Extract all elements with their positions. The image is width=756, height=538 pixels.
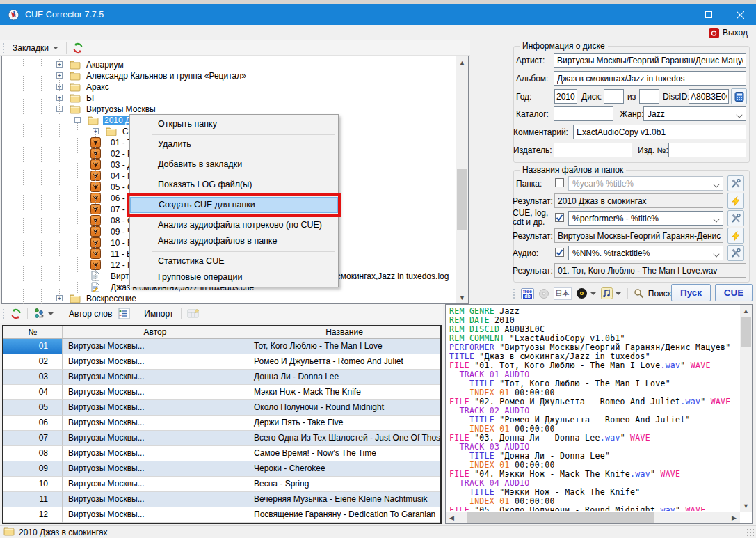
close-button[interactable]	[725, 4, 756, 25]
menu-item-открыть-папку[interactable]: Открыть папку	[130, 116, 338, 132]
scroll-right-icon[interactable]: ▶	[728, 512, 740, 523]
cue-sheet-editor[interactable]: REM GENRE JazzREM DATE 2010REM DISCID A8…	[445, 304, 753, 524]
track-title-cell[interactable]: Держи Пять - Take Five	[248, 416, 440, 431]
table-row[interactable]: 04Виртуозы Москвы...Мэкки Нож - Mack The…	[3, 385, 440, 400]
menu-item-удалить[interactable]: Удалить	[130, 136, 338, 152]
track-number-cell[interactable]: 02	[3, 354, 63, 370]
track-author-cell[interactable]: Виртуозы Москвы...	[63, 431, 248, 446]
scroll-left-icon[interactable]: ◀	[446, 512, 458, 523]
cue-button[interactable]: CUE	[715, 284, 753, 301]
publisher-field[interactable]	[554, 143, 632, 157]
track-author-cell[interactable]: Виртуозы Москвы...	[63, 385, 248, 400]
track-author-cell[interactable]: Виртуозы Москвы...	[63, 400, 248, 416]
table-row[interactable]: 03Виртуозы Москвы...Донна Ли - Donna Lee	[3, 370, 440, 385]
list-plus-icon[interactable]	[118, 308, 130, 319]
folder-pattern-settings-button[interactable]	[727, 175, 744, 191]
track-number-cell[interactable]: 08	[3, 446, 63, 461]
table-row[interactable]: 05Виртуозы Москвы...Около Полуночи - Rou…	[3, 400, 440, 416]
track-title-cell[interactable]: Весна - Spring	[248, 477, 440, 492]
cue-vertical-scrollbar[interactable]: ▲ ▼	[740, 305, 752, 512]
track-author-cell[interactable]: Виртуозы Москвы...	[63, 461, 248, 477]
table-row[interactable]: 11Виртуозы Москвы...Вечерняя Музычка - E…	[3, 492, 440, 507]
track-number-cell[interactable]: 12	[3, 507, 63, 523]
refresh-icon[interactable]	[72, 42, 83, 54]
vinyl-icon[interactable]	[576, 287, 588, 299]
track-author-cell[interactable]: Виртуозы Москвы...	[63, 446, 248, 461]
track-author-cell[interactable]: Виртуозы Москвы...	[63, 507, 248, 523]
disc-of-field[interactable]	[639, 89, 659, 104]
table-row[interactable]: 01Виртуозы Москвы...Тот, Кого Люблю - Th…	[3, 339, 440, 354]
scroll-down-icon[interactable]: ▼	[456, 292, 468, 303]
toolbar-grip[interactable]	[2, 308, 6, 319]
tree-scrollbar[interactable]: ▲ ▼	[456, 56, 468, 303]
start-button[interactable]: Пуск	[671, 284, 711, 301]
tree-item[interactable]: +Аракс	[2, 81, 454, 93]
track-title-cell[interactable]: Около Полуночи - Round Midnight	[248, 400, 440, 416]
table-row[interactable]: 09Виртуозы Москвы...Чероки - Cherokee	[3, 461, 440, 477]
table-row[interactable]: 08Виртуозы Москвы...Самое Время! - Now's…	[3, 446, 440, 461]
resize-grip[interactable]	[746, 528, 755, 537]
app-icon[interactable]	[8, 9, 19, 21]
discid-calc-button[interactable]	[731, 88, 747, 104]
cue-pattern-settings-button[interactable]	[727, 210, 744, 226]
track-title-cell[interactable]: Ромео И Джульетта - Romeo And Juliet	[248, 354, 440, 370]
cue-pattern-checkbox[interactable]	[555, 213, 564, 222]
author-words-button[interactable]: Автор слов	[65, 308, 116, 320]
import-button[interactable]: Импорт	[140, 308, 177, 320]
track-title-cell[interactable]: Посвящение Гараняну - Dedication To Gara…	[248, 507, 440, 523]
track-title-cell[interactable]: Всего Одна Из Тех Шалостей - Just One Of…	[248, 431, 440, 446]
menu-item-анализ-аудиофайлов-в-папке[interactable]: Анализ аудиофайлов в папке	[130, 233, 338, 249]
table-row[interactable]: 07Виртуозы Москвы...Всего Одна Из Тех Ша…	[3, 431, 440, 446]
scroll-down-icon[interactable]: ▼	[740, 500, 752, 512]
catalog-field[interactable]	[554, 106, 613, 121]
folder-result-field[interactable]: 2010 Джаз в смокингах	[554, 193, 723, 208]
table-row[interactable]: 10Виртуозы Москвы...Весна - Spring	[3, 477, 440, 492]
refresh-icon[interactable]	[10, 308, 22, 319]
chevron-down-icon[interactable]	[616, 292, 621, 295]
track-title-cell[interactable]: Тот, Кого Люблю - The Man I Love	[248, 339, 440, 354]
track-title-cell[interactable]: Мэкки Нож - Mack The Knife	[248, 385, 440, 400]
japan-search-icon[interactable]: 日本	[554, 287, 572, 300]
collapse-minus-icon[interactable]: −	[74, 117, 81, 123]
track-author-cell[interactable]: Виртуозы Москвы...	[63, 477, 248, 492]
expand-plus-icon[interactable]: +	[93, 128, 99, 134]
audio-pattern-settings-button[interactable]	[727, 245, 744, 261]
disc-number-field[interactable]	[604, 89, 624, 104]
pubno-field[interactable]	[668, 143, 746, 157]
track-number-cell[interactable]: 05	[3, 400, 63, 416]
menu-item-показать-log-файл-ы-[interactable]: Показать LOG файл(ы)	[130, 177, 338, 193]
music-note-icon[interactable]	[601, 287, 613, 299]
cue-pattern-combobox[interactable]: %performer% - %title%	[568, 211, 723, 226]
audio-pattern-checkbox[interactable]	[555, 248, 564, 257]
track-author-cell[interactable]: Виртуозы Москвы...	[63, 492, 248, 507]
tree-item[interactable]: +Воскресение	[2, 293, 454, 304]
comment-field[interactable]	[573, 125, 746, 139]
track-number-cell[interactable]: 10	[3, 477, 63, 492]
search-label[interactable]: Поиск	[648, 289, 671, 299]
bookmarks-button[interactable]: Закладки	[8, 42, 63, 54]
minimize-button[interactable]	[661, 4, 692, 25]
track-number-cell[interactable]: 06	[3, 416, 63, 431]
table-row[interactable]: 12Виртуозы Москвы...Посвящение Гараняну …	[3, 507, 440, 523]
track-order-icon[interactable]	[33, 308, 45, 319]
scroll-up-icon[interactable]: ▲	[740, 305, 752, 317]
genre-combobox[interactable]: Jazz	[643, 106, 746, 121]
menu-item-статистика-cue[interactable]: Статистика CUE	[130, 253, 338, 269]
chevron-down-icon[interactable]	[590, 292, 596, 295]
tree-item[interactable]: −Виртуозы Москвы	[2, 104, 454, 115]
table-row[interactable]: 06Виртуозы Москвы...Держи Пять - Take Fi…	[3, 416, 440, 431]
folder-pattern-checkbox[interactable]	[555, 178, 564, 187]
tree-item[interactable]: +Александр Кальянов и группа «Рецитал»	[2, 70, 454, 81]
discid-field[interactable]	[689, 89, 729, 104]
track-author-cell[interactable]: Виртуозы Москвы...	[63, 339, 248, 354]
artist-field[interactable]	[554, 53, 746, 68]
column-header[interactable]: Автор	[63, 326, 248, 338]
track-number-cell[interactable]: 03	[3, 370, 63, 385]
audio-pattern-combobox[interactable]: %NN%. %tracktitle%	[568, 246, 723, 260]
year-field[interactable]	[554, 89, 577, 104]
tree-item[interactable]: +БГ	[2, 93, 454, 104]
track-title-cell[interactable]: Чероки - Cherokee	[248, 461, 440, 477]
cue-apply-button[interactable]	[727, 228, 744, 244]
menu-item-анализ-аудиофайла-потреково-по-cue-[interactable]: Анализ аудиофайла потреково (по CUE)	[130, 217, 338, 233]
maximize-button[interactable]	[693, 4, 724, 25]
